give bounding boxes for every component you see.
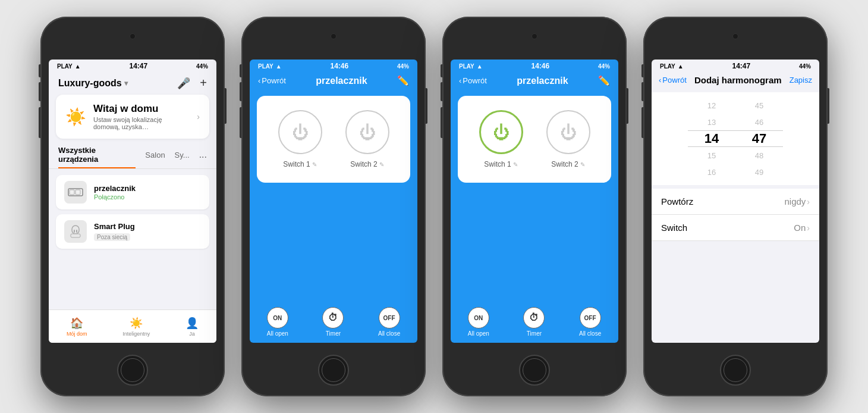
bottom-tab-label-3: Ja [189, 331, 195, 337]
mute-btn-3 [441, 64, 442, 77]
battery-1: 44% [196, 63, 208, 70]
svg-rect-6 [71, 234, 80, 237]
min-row-48: 48 [735, 147, 783, 164]
wifi-4: ▲ [678, 63, 684, 70]
all-close-label: All close [378, 330, 400, 337]
min-row-45: 45 [735, 97, 783, 114]
p3-switch2-container: ⏻ Switch 2 ✎ [546, 110, 590, 168]
p3-all-open-circle: ON [468, 307, 489, 328]
p3-switch2-button[interactable]: ⏻ [546, 110, 590, 154]
p4-back-chevron-icon: ‹ [659, 76, 661, 85]
mic-icon[interactable]: 🎤 [177, 77, 190, 90]
phone-2: PLAY ▲ 14:46 44% ‹ Powrót przelacznik ✏️… [241, 17, 426, 396]
device-icon-przelacznik [64, 181, 87, 204]
p2-switch-card: ⏻ Switch 1 ✎ ⏻ Switch 2 ✎ [257, 96, 410, 183]
svg-rect-5 [76, 230, 77, 233]
p4-repeat-label: Powtórz [661, 196, 693, 206]
status-left-3: PLAY ▲ [459, 63, 483, 70]
wifi-1: ▲ [75, 63, 81, 70]
p3-bottom-bar: ON All open ⏱ Timer OFF All close [451, 305, 618, 340]
carrier-3: PLAY [459, 63, 474, 70]
p3-header: ‹ Powrót przelacznik ✏️ [451, 73, 618, 90]
p2-edit-icon[interactable]: ✏️ [397, 75, 409, 86]
status-right-1: 44% [196, 63, 208, 70]
tab-more-icon[interactable]: ··· [199, 152, 207, 162]
p2-back-button[interactable]: ‹ Powrót [258, 76, 286, 85]
wifi-2: ▲ [276, 63, 282, 70]
wifi-3: ▲ [477, 63, 483, 70]
phone-1: PLAY ▲ 14:47 44% Luxury-goods ▾ 🎤 + ☀️ W… [40, 17, 225, 396]
p2-all-close-btn[interactable]: OFF All close [378, 307, 400, 337]
home-button-3[interactable] [519, 355, 550, 386]
add-icon[interactable]: + [200, 76, 207, 90]
p4-back-button[interactable]: ‹ Powrót [659, 76, 687, 85]
vol-up-1 [39, 82, 40, 101]
min-row-47-selected: 47 [735, 130, 783, 147]
bottom-tab-inteligentny[interactable]: ☀️ Inteligentny [122, 317, 150, 337]
p2-title: przelacznik [316, 76, 367, 86]
p2-header: ‹ Powrót przelacznik ✏️ [250, 73, 417, 90]
status-bar-2: PLAY ▲ 14:46 44% [250, 60, 417, 73]
status-left-4: PLAY ▲ [660, 63, 684, 70]
bottom-tab-label-2: Inteligentny [122, 331, 150, 337]
svg-rect-3 [72, 226, 79, 234]
p4-save-button[interactable]: Zapisz [790, 76, 812, 85]
carrier-4: PLAY [660, 63, 675, 70]
p3-timer-circle: ⏱ [523, 307, 545, 328]
p4-switch-row[interactable]: Switch On › [652, 215, 819, 241]
all-close-circle: OFF [379, 307, 400, 328]
p3-all-close-btn[interactable]: OFF All close [579, 307, 601, 337]
p2-switch1-button[interactable]: ⏻ [278, 110, 322, 154]
vol-down-2 [240, 107, 241, 138]
hour-row-16: 16 [688, 164, 735, 180]
device-name-2: Smart Plug [94, 222, 135, 231]
p2-switch2-label: Switch 2 ✎ [350, 160, 383, 168]
p2-all-open-btn[interactable]: ON All open [267, 307, 288, 337]
bottom-tab-moj-dom[interactable]: 🏠 Mój dom [67, 317, 87, 337]
vol-up-4 [641, 82, 643, 101]
time-4: 14:47 [732, 62, 750, 70]
p4-repeat-value: nigdy [784, 196, 806, 206]
back-chevron-icon: ‹ [258, 76, 260, 85]
tab-sy[interactable]: Sy... [175, 151, 190, 164]
screen-3: PLAY ▲ 14:46 44% ‹ Powrót przelacznik ✏️… [451, 60, 618, 343]
p3-title: przelacznik [517, 76, 568, 86]
hour-row-12: 12 [688, 97, 735, 114]
mute-btn-1 [39, 64, 40, 77]
p1-title-container[interactable]: Luxury-goods ▾ [58, 78, 128, 89]
welcome-chevron-icon: › [197, 112, 200, 121]
bottom-tab-bar: 🏠 Mój dom ☀️ Inteligentny 👤 Ja [49, 309, 216, 343]
time-picker[interactable]: 12 13 14 15 16 45 46 47 48 49 [652, 92, 819, 185]
screen-1: PLAY ▲ 14:47 44% Luxury-goods ▾ 🎤 + ☀️ W… [49, 60, 216, 343]
tab-all-devices[interactable]: Wszystkie urządzenia [58, 146, 136, 168]
battery-4: 44% [799, 63, 811, 70]
p3-edit-icon[interactable]: ✏️ [598, 75, 610, 86]
p3-switch1-button[interactable]: ⏻ [479, 110, 523, 154]
device-item-przelacznik[interactable]: przelacznik Połączono [56, 175, 209, 209]
p4-repeat-row[interactable]: Powtórz nigdy › [652, 189, 819, 215]
bottom-tab-ja[interactable]: 👤 Ja [185, 317, 199, 337]
device-item-smartplug[interactable]: Smart Plug Poza siecią [56, 214, 209, 249]
home-icon: 🏠 [70, 317, 83, 330]
p3-timer-btn[interactable]: ⏱ Timer [523, 307, 545, 337]
welcome-banner[interactable]: ☀️ Witaj w domu Ustaw swoją lokalizację … [56, 95, 209, 139]
camera-1 [130, 33, 136, 39]
home-button-1[interactable] [117, 355, 148, 386]
side-btn-4 [828, 88, 829, 124]
p3-all-close-label: All close [579, 330, 601, 337]
home-button-2[interactable] [318, 355, 349, 386]
p3-all-open-btn[interactable]: ON All open [468, 307, 489, 337]
svg-rect-4 [74, 230, 75, 233]
p2-switch2-button[interactable]: ⏻ [345, 110, 389, 154]
time-2: 14:46 [330, 62, 348, 70]
power-icon-1: ⏻ [292, 123, 309, 142]
p2-timer-btn[interactable]: ⏱ Timer [322, 307, 344, 337]
p3-back-button[interactable]: ‹ Powrót [459, 76, 487, 85]
tab-salon[interactable]: Salon [145, 151, 165, 164]
p3-switch2-label: Switch 2 ✎ [551, 160, 584, 168]
minute-column: 45 46 47 48 49 [735, 97, 783, 180]
timer-circle: ⏱ [322, 307, 344, 328]
p1-device-tabs: Wszystkie urządzenia Salon Sy... ··· [49, 146, 216, 169]
home-button-4[interactable] [720, 355, 751, 386]
p4-repeat-chevron-icon: › [807, 197, 810, 206]
